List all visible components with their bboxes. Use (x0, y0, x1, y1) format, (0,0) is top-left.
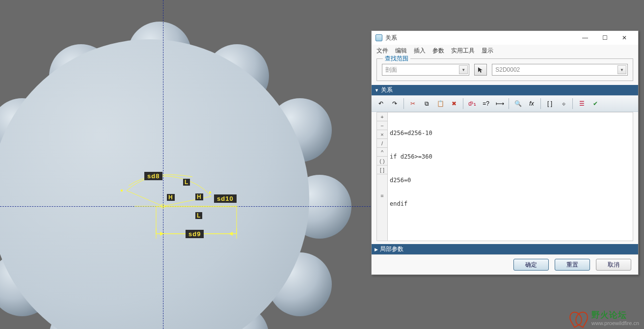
constraint-tag[interactable]: L (183, 179, 190, 186)
titlebar[interactable]: 关系 — ☐ ✕ (372, 31, 638, 45)
dialog-title: 关系 (385, 34, 575, 42)
close-button[interactable]: ✕ (615, 32, 634, 44)
op-divide[interactable]: / (377, 139, 387, 148)
datum-axis-horizontal (0, 206, 373, 207)
units-button[interactable]: ⟼ (493, 97, 506, 110)
dimension-sd10[interactable]: sd10 (214, 194, 237, 203)
find-button[interactable]: 🔍 (511, 97, 524, 110)
watermark-url: www.proewildfire.cn (591, 320, 639, 326)
param-icon: ⟐ (562, 100, 565, 107)
op-paren[interactable]: ( ) (377, 157, 387, 165)
delete-icon: ✖ (452, 100, 456, 107)
scope-type-combo[interactable]: 剖面 ▼ (382, 64, 469, 76)
undo-icon: ↶ (378, 100, 383, 107)
op-plus[interactable]: + (377, 112, 387, 121)
menu-utilities[interactable]: 实用工具 (451, 47, 475, 55)
constraint-tag[interactable]: L (195, 212, 202, 219)
relations-section-header[interactable]: ▼ 关系 (372, 85, 638, 95)
reset-button[interactable]: 重置 (555, 259, 590, 271)
constraint-tag[interactable]: H (195, 193, 203, 200)
verify-button[interactable]: ✔ (589, 97, 602, 110)
operator-gutter: + − × / ^ ( ) [ ] = (377, 112, 388, 241)
code-line: endif (390, 200, 631, 208)
minimize-button[interactable]: — (575, 32, 595, 44)
relations-section-label: 关系 (381, 86, 393, 94)
cut-button[interactable]: ✂ (406, 97, 419, 110)
code-line: if d256>=360 (390, 153, 631, 161)
op-minus[interactable]: − (377, 121, 387, 130)
watermark-logo-icon (570, 311, 589, 326)
copy-icon: ⧉ (425, 100, 429, 107)
op-bracket[interactable]: [ ] (377, 165, 387, 174)
code-text[interactable]: d256=d256-10 if d256>=360 d256=0 endif (388, 112, 633, 241)
function-button[interactable]: fx (525, 97, 538, 110)
chevron-down-icon: ▼ (459, 65, 468, 74)
brackets-button[interactable]: [ ] (543, 97, 556, 110)
list-icon: ☰ (579, 100, 585, 107)
menubar: 文件 编辑 插入 参数 实用工具 显示 (372, 45, 638, 56)
op-power[interactable]: ^ (377, 148, 387, 157)
menu-insert[interactable]: 插入 (414, 47, 426, 55)
op-multiply[interactable]: × (377, 130, 387, 139)
op-equals[interactable]: = (377, 192, 387, 200)
local-params-section-header[interactable]: ▶ 局部参数 (372, 244, 638, 254)
copy-button[interactable]: ⧉ (420, 97, 433, 110)
check-icon: ✔ (593, 100, 598, 107)
scope-object-combo[interactable]: S2D0002 ▼ (492, 64, 628, 76)
cursor-icon (477, 66, 484, 73)
function-icon: fx (529, 100, 534, 107)
cut-icon: ✂ (410, 100, 415, 107)
sort-button[interactable]: ☰ (575, 97, 588, 110)
brackets-icon: [ ] (547, 100, 552, 107)
watermark: 野火论坛 www.proewildfire.cn (570, 311, 639, 326)
expand-icon: ▶ (375, 247, 378, 252)
delete-button[interactable]: ✖ (448, 97, 460, 110)
app-icon (376, 34, 382, 41)
scope-group: 剖面 ▼ S2D0002 ▼ (376, 58, 633, 81)
menu-file[interactable]: 文件 (376, 47, 388, 55)
ok-button[interactable]: 确定 (513, 259, 549, 271)
menu-edit[interactable]: 编辑 (395, 47, 407, 55)
menu-show[interactable]: 显示 (482, 47, 493, 55)
code-line: d256=d256-10 (390, 129, 631, 137)
dimension-icon: d¹₁ (468, 100, 476, 107)
redo-icon: ↷ (392, 100, 397, 107)
maximize-button[interactable]: ☐ (595, 32, 615, 44)
datum-axis-vertical (163, 0, 163, 329)
undo-button[interactable]: ↶ (375, 97, 387, 110)
dimension-sd8[interactable]: sd8 (144, 172, 162, 180)
watermark-title: 野火论坛 (591, 311, 639, 320)
cancel-button[interactable]: 取消 (596, 259, 631, 271)
chevron-down-icon: ▼ (617, 65, 626, 74)
dimension-button[interactable]: d¹₁ (466, 97, 479, 110)
menu-parameters[interactable]: 参数 (432, 47, 444, 55)
paste-icon: 📋 (437, 100, 444, 107)
local-params-label: 局部参数 (380, 245, 403, 253)
code-line: d256=0 (390, 176, 631, 184)
scope-type-value: 剖面 (385, 66, 397, 74)
dialog-buttons: 确定 重置 取消 (372, 254, 638, 274)
evaluate-button[interactable]: =? (480, 97, 492, 110)
param-button[interactable]: ⟐ (557, 97, 570, 110)
code-editor: + − × / ^ ( ) [ ] = d256=d256-10 if d256… (376, 112, 633, 241)
pick-button[interactable] (474, 64, 487, 76)
redo-button[interactable]: ↷ (388, 97, 401, 110)
editor-toolbar: ↶ ↷ ✂ ⧉ 📋 ✖ d¹₁ =? ⟼ 🔍 fx [ ] ⟐ ☰ ✔ (372, 95, 638, 112)
equals-icon: =? (483, 100, 489, 107)
ruler-icon: ⟼ (496, 100, 504, 107)
constraint-tag[interactable]: H (167, 194, 175, 201)
dimension-sd9[interactable]: sd9 (186, 230, 204, 238)
paste-button[interactable]: 📋 (434, 97, 447, 110)
find-icon: 🔍 (514, 100, 522, 107)
collapse-icon: ▼ (375, 88, 379, 93)
scope-object-value: S2D0002 (495, 66, 520, 73)
relations-dialog: 关系 — ☐ ✕ 文件 编辑 插入 参数 实用工具 显示 剖面 ▼ S2D000… (371, 30, 639, 275)
